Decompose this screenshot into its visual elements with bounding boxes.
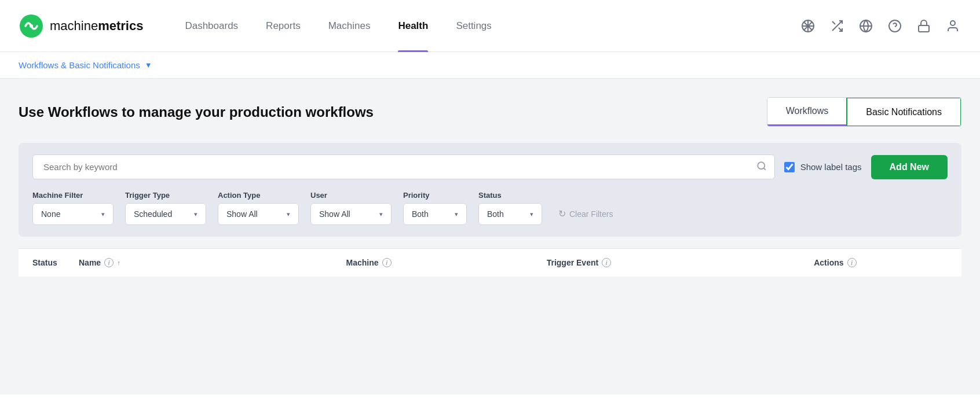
svg-rect-14: [919, 25, 929, 32]
search-icon: [756, 161, 767, 174]
tab-basic-notifications[interactable]: Basic Notifications: [846, 97, 961, 127]
filter-top-row: Show label tags Add New: [32, 154, 948, 179]
action-type-label: Action Type: [218, 191, 299, 200]
tab-switcher: Workflows Basic Notifications: [767, 97, 961, 127]
svg-line-17: [763, 168, 765, 169]
nav-machines[interactable]: Machines: [315, 0, 385, 52]
machine-filter-chevron-icon: ▾: [101, 211, 105, 218]
table-header: Status Name i ↑ Machine i Trigger Event …: [19, 248, 961, 277]
filter-dropdowns-row: Machine Filter None ▾ Trigger Type Sched…: [32, 191, 948, 225]
add-new-button[interactable]: Add New: [871, 155, 948, 179]
main-nav: Dashboards Reports Machines Health Setti…: [171, 0, 799, 52]
logo-area: machinemetrics: [19, 13, 143, 39]
filter-area: Show label tags Add New Machine Filter N…: [19, 143, 961, 237]
col-status: Status: [32, 258, 79, 267]
trigger-type-label: Trigger Type: [125, 191, 206, 200]
page-header-row: Use Workflows to manage your production …: [19, 97, 961, 127]
help-icon[interactable]: [886, 17, 904, 35]
nav-health[interactable]: Health: [384, 0, 442, 52]
priority-filter-label: Priority: [403, 191, 467, 200]
status-filter-chevron-icon: ▾: [530, 211, 533, 218]
main-content: Use Workflows to manage your production …: [0, 79, 980, 395]
clear-filters-icon: ↻: [558, 208, 566, 219]
svg-point-1: [30, 24, 33, 28]
svg-point-15: [950, 21, 955, 25]
logo-text: machinemetrics: [50, 19, 143, 34]
status-filter-label: Status: [478, 191, 542, 200]
breadcrumb-text: Workflows & Basic Notifications: [19, 60, 140, 70]
main-header: machinemetrics Dashboards Reports Machin…: [0, 0, 980, 52]
user-filter-value: Show All: [319, 209, 350, 219]
user-filter-label: User: [310, 191, 392, 200]
col-machine: Machine i: [346, 258, 547, 267]
lock-icon[interactable]: [915, 17, 933, 35]
search-input[interactable]: [32, 154, 775, 179]
machine-filter-label: Machine Filter: [32, 191, 114, 200]
action-type-select[interactable]: Show All ▾: [218, 203, 299, 225]
filter-group-trigger: Trigger Type Scheduled ▾: [125, 191, 206, 225]
breadcrumb-chevron-icon: ▼: [145, 61, 152, 69]
priority-filter-value: Both: [412, 209, 429, 219]
svg-point-16: [758, 162, 765, 169]
machine-filter-select[interactable]: None ▾: [32, 203, 114, 225]
trigger-info-icon: i: [602, 258, 611, 267]
breadcrumb-bar: Workflows & Basic Notifications ▼: [0, 52, 980, 79]
breadcrumb[interactable]: Workflows & Basic Notifications ▼: [19, 60, 152, 70]
page-title: Use Workflows to manage your production …: [19, 104, 374, 120]
header-icons: [799, 17, 961, 35]
user-filter-select[interactable]: Show All ▾: [310, 203, 392, 225]
user-icon[interactable]: [944, 17, 961, 35]
filter-group-machine: Machine Filter None ▾: [32, 191, 114, 225]
status-filter-select[interactable]: Both ▾: [478, 203, 542, 225]
nav-dashboards[interactable]: Dashboards: [171, 0, 252, 52]
svg-line-9: [832, 21, 835, 24]
show-label-tags-label[interactable]: Show label tags: [784, 162, 862, 172]
globe-icon[interactable]: [857, 17, 875, 35]
integrations-icon[interactable]: [799, 17, 817, 35]
show-label-tags-text: Show label tags: [800, 162, 862, 172]
action-type-chevron-icon: ▾: [287, 211, 290, 218]
priority-filter-chevron-icon: ▾: [455, 211, 458, 218]
actions-info-icon: i: [847, 258, 857, 267]
search-box: [32, 154, 775, 179]
filter-group-action: Action Type Show All ▾: [218, 191, 299, 225]
logo-icon: [19, 13, 44, 39]
trigger-type-select[interactable]: Scheduled ▾: [125, 203, 206, 225]
filter-group-user: User Show All ▾: [310, 191, 392, 225]
col-actions: Actions i: [814, 258, 948, 267]
filter-group-status: Status Both ▾: [478, 191, 542, 225]
nav-settings[interactable]: Settings: [442, 0, 505, 52]
machine-info-icon: i: [382, 258, 392, 267]
priority-filter-select[interactable]: Both ▾: [403, 203, 467, 225]
show-label-tags-checkbox[interactable]: [784, 162, 795, 172]
machine-filter-value: None: [41, 209, 60, 219]
filter-group-priority: Priority Both ▾: [403, 191, 467, 225]
name-sort-icon[interactable]: ↑: [117, 259, 120, 266]
trigger-type-value: Scheduled: [134, 209, 172, 219]
nav-reports[interactable]: Reports: [252, 0, 315, 52]
user-filter-chevron-icon: ▾: [379, 211, 383, 218]
clear-filters-text: Clear Filters: [569, 209, 613, 219]
col-name: Name i ↑: [79, 258, 346, 267]
shuffle-icon[interactable]: [828, 17, 846, 35]
tab-workflows[interactable]: Workflows: [767, 98, 847, 126]
trigger-type-chevron-icon: ▾: [194, 211, 198, 218]
col-trigger: Trigger Event i: [547, 258, 814, 267]
name-info-icon: i: [104, 258, 114, 267]
action-type-value: Show All: [226, 209, 258, 219]
clear-filters-button[interactable]: ↻ Clear Filters: [558, 202, 613, 225]
status-filter-value: Both: [487, 209, 504, 219]
